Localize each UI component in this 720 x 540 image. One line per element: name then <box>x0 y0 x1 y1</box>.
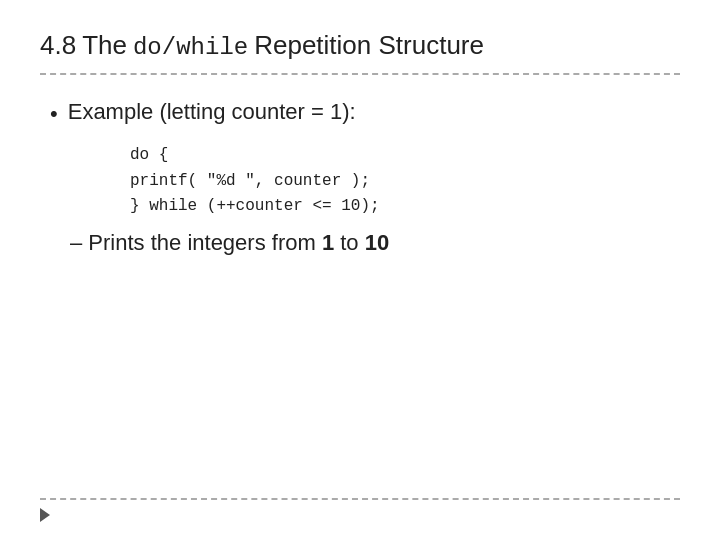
title-rest: Repetition Structure <box>254 30 484 61</box>
content-area: • Example (letting counter = 1): do { pr… <box>40 99 680 256</box>
dash-middle: to <box>334 230 365 255</box>
title-the: The <box>82 30 127 61</box>
bullet-item: • Example (letting counter = 1): <box>50 99 680 127</box>
code-line-2: printf( "%d ", counter ); <box>130 169 680 195</box>
footer-area <box>40 498 680 522</box>
title-number: 4.8 <box>40 30 76 61</box>
title-area: 4.8 The do/while Repetition Structure <box>40 30 680 75</box>
dash-bold1: 1 <box>322 230 334 255</box>
slide-title: 4.8 The do/while Repetition Structure <box>40 30 680 61</box>
slide: 4.8 The do/while Repetition Structure • … <box>0 0 720 540</box>
bullet-dot: • <box>50 101 58 127</box>
code-line-1: do { <box>130 143 680 169</box>
bullet-label: Example (letting counter = 1): <box>68 99 356 125</box>
footer-triangle-icon <box>40 508 50 522</box>
title-code: do/while <box>133 34 248 61</box>
code-line-3: } while (++counter <= 10); <box>130 194 680 220</box>
dash-bold2: 10 <box>365 230 389 255</box>
dash-item: – Prints the integers from 1 to 10 <box>70 230 680 256</box>
dash-prefix: – Prints the integers from <box>70 230 322 255</box>
code-block: do { printf( "%d ", counter ); } while (… <box>130 143 680 220</box>
